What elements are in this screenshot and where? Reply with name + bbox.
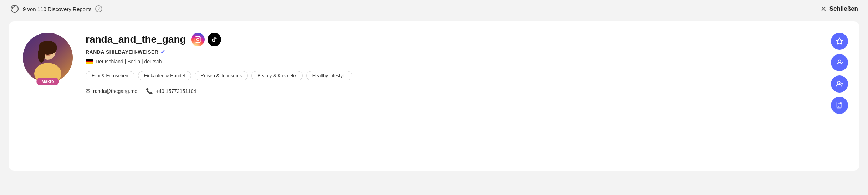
svg-point-6 — [38, 47, 45, 63]
document-button[interactable] — [831, 97, 848, 114]
verified-icon: ✔ — [160, 48, 165, 55]
add-person-button[interactable] — [831, 75, 848, 93]
email-value: randa@thegang.me — [93, 88, 137, 94]
tiktok-icon[interactable] — [208, 33, 221, 46]
profile-card: Makro randa_and_the_gang — [9, 21, 859, 171]
svg-point-8 — [196, 38, 199, 41]
action-buttons — [831, 33, 848, 114]
close-x-icon: ✕ — [821, 5, 827, 13]
contact-row: ✉ randa@thegang.me 📞 +49 15772151104 — [86, 88, 845, 94]
avatar — [23, 33, 73, 83]
username: randa_and_the_gang — [86, 34, 186, 45]
close-button[interactable]: ✕ Schließen — [821, 5, 858, 13]
tag-film: Film & Fernsehen — [86, 71, 134, 80]
phone-icon: 📞 — [146, 88, 153, 94]
svg-rect-7 — [195, 37, 201, 43]
profile-info: randa_and_the_gang — [86, 33, 845, 94]
tag-lifestyle: Healthy Lifestyle — [306, 71, 352, 80]
username-row: randa_and_the_gang — [86, 33, 845, 46]
phone-value: +49 15772151104 — [156, 88, 196, 94]
profile-button[interactable] — [831, 54, 848, 71]
help-icon[interactable]: ? — [95, 5, 102, 12]
top-bar: 9 von 110 Discovery Reports ? ✕ Schließe… — [0, 0, 868, 18]
tags-row: Film & Fernsehen Einkaufen & Handel Reis… — [86, 71, 845, 80]
tag-shopping: Einkaufen & Handel — [138, 71, 191, 80]
location-row: Deutschland | Berlin | deutsch — [86, 59, 845, 64]
german-flag-icon — [86, 59, 93, 64]
real-name: RANDA SHILBAYEH-WEISER — [86, 49, 158, 55]
svg-marker-10 — [836, 38, 843, 44]
email-icon: ✉ — [86, 88, 90, 94]
avatar-image — [23, 33, 73, 83]
social-icons — [191, 33, 221, 46]
tag-beauty: Beauty & Kosmetik — [251, 71, 303, 80]
star-button[interactable] — [831, 33, 848, 50]
close-label: Schließen — [829, 5, 858, 12]
report-count-label: 9 von 110 Discovery Reports — [23, 6, 92, 12]
tag-travel: Reisen & Tourismus — [195, 71, 248, 80]
real-name-row: RANDA SHILBAYEH-WEISER ✔ — [86, 48, 845, 55]
macro-badge: Makro — [36, 78, 59, 85]
svg-point-12 — [838, 81, 840, 84]
top-bar-left: 9 von 110 Discovery Reports ? — [10, 4, 102, 14]
svg-point-11 — [838, 60, 841, 63]
email-contact: ✉ randa@thegang.me — [86, 88, 137, 94]
svg-point-9 — [199, 37, 200, 38]
avatar-section: Makro — [23, 33, 73, 83]
instagram-icon[interactable] — [191, 33, 205, 46]
phone-contact: 📞 +49 15772151104 — [146, 88, 196, 94]
report-icon — [10, 4, 19, 14]
location-text: Deutschland | Berlin | deutsch — [96, 59, 162, 64]
